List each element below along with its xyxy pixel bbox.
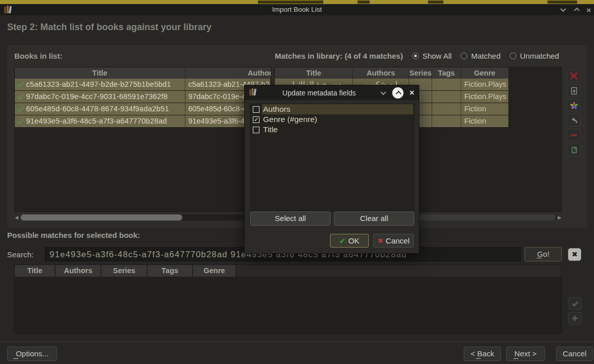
possible-matches-table-header: Title Authors Series Tags Genre xyxy=(14,264,562,277)
back-button[interactable]: < Back xyxy=(464,347,501,361)
filter-matched-radio[interactable]: Matched xyxy=(461,52,501,60)
update-metadata-dialog: Update metadata fields × Authors ✓ Genre… xyxy=(244,85,419,254)
field-title-item[interactable]: Title xyxy=(251,125,414,135)
column-header-tags[interactable]: Tags xyxy=(432,67,461,79)
dialog-title: Update metadata fields xyxy=(256,89,382,97)
column-header-genre[interactable]: Genre xyxy=(193,265,236,277)
red-x-icon: ✖ xyxy=(377,237,383,245)
chevron-up-icon xyxy=(395,90,401,96)
red-x-icon xyxy=(569,71,578,80)
checkbox-checked-icon[interactable]: ✓ xyxy=(253,116,259,123)
import-book-list-window: Import Book List × Step 2: Match list of… xyxy=(0,0,594,364)
window-title: Import Book List xyxy=(0,6,594,13)
table-row[interactable]: 605e485d-60c8-4478-8674-934f9ada2b51 605… xyxy=(15,103,271,115)
scroll-right-icon[interactable]: ▶ xyxy=(558,214,561,221)
cancel-button[interactable]: Cancel xyxy=(556,347,593,361)
column-header-tags[interactable]: Tags xyxy=(148,265,193,277)
matches-in-library-label: Matches in library: (4 of 4 matches) xyxy=(275,52,403,60)
column-header-title[interactable]: Title xyxy=(15,67,185,79)
matched-check-icon xyxy=(15,103,26,115)
dialog-close-icon[interactable]: × xyxy=(410,89,414,97)
calibre-logo-icon xyxy=(249,88,256,98)
choose-match-button[interactable] xyxy=(567,99,581,112)
window-titlebar[interactable]: Import Book List × xyxy=(0,4,594,15)
roll-up-button[interactable] xyxy=(392,87,403,99)
footer-divider xyxy=(0,342,594,342)
field-genre-item[interactable]: ✓ Genre (#genre) xyxy=(251,114,414,125)
filter-show-all-radio[interactable]: Show All xyxy=(412,52,452,60)
column-header-authors[interactable]: Authors xyxy=(353,67,409,79)
dialog-cancel-button[interactable]: ✖ Cancel xyxy=(373,234,414,248)
green-check-icon: ✔ xyxy=(339,236,346,246)
go-button[interactable]: Go! xyxy=(525,247,562,261)
table-row[interactable]: 91e493e5-a3f6-48c5-a7f3-a647770b28ad 91e… xyxy=(15,115,271,128)
plus-icon xyxy=(571,314,579,322)
left-table-hscrollbar[interactable]: ◀ xyxy=(14,214,271,221)
column-header-title[interactable]: Title xyxy=(15,265,56,277)
undo-button[interactable] xyxy=(567,114,581,127)
background-text-smudge xyxy=(258,1,323,4)
background-text-smudge xyxy=(548,1,577,4)
scroll-left-icon[interactable]: ◀ xyxy=(15,214,18,221)
matched-check-icon xyxy=(15,91,26,103)
options-mnemonic-underline xyxy=(13,358,18,359)
search-label: Search: xyxy=(7,250,34,259)
add-book-button[interactable] xyxy=(567,84,581,97)
copy-page-icon xyxy=(570,146,578,154)
column-header-series[interactable]: Series xyxy=(102,265,148,277)
background-text-smudge xyxy=(358,1,370,4)
remove-match-button[interactable] xyxy=(567,129,581,141)
table-row[interactable]: 97dabc7c-019e-4cc7-9031-68591e7362f8 97d… xyxy=(15,91,271,103)
select-all-button[interactable]: Select all xyxy=(250,211,330,226)
next-button[interactable]: Next > xyxy=(506,347,545,361)
page-title: Step 2: Match list of books against your… xyxy=(7,22,211,33)
add-match-button[interactable] xyxy=(568,312,582,325)
filter-unmatched-radio[interactable]: Unmatched xyxy=(510,52,559,60)
next-mnemonic-underline xyxy=(513,358,518,359)
table-row[interactable]: c5a61323-ab21-4497-b2de-b275b1be5bd1 c5a… xyxy=(15,79,271,91)
back-mnemonic-underline xyxy=(476,358,481,359)
ok-button[interactable]: ✔ OK xyxy=(330,234,369,248)
column-header-series[interactable]: Series xyxy=(409,67,432,79)
background-text-smudge xyxy=(428,1,443,4)
books-in-list-label: Books in list: xyxy=(14,52,62,60)
column-header-authors[interactable]: Authors xyxy=(56,265,102,277)
approve-match-button[interactable] xyxy=(568,297,582,310)
field-authors-item[interactable]: Authors xyxy=(251,104,414,114)
add-book-icon xyxy=(570,87,578,95)
column-header-title[interactable]: Title xyxy=(275,67,353,79)
column-header-authors[interactable]: Authors xyxy=(185,67,271,79)
red-minus-icon xyxy=(570,131,578,139)
checkbox-unchecked-icon[interactable] xyxy=(253,106,259,113)
maximize-icon[interactable] xyxy=(574,8,580,13)
radio-icon xyxy=(412,53,419,59)
reject-match-button[interactable] xyxy=(567,69,581,82)
matched-check-icon xyxy=(15,79,26,90)
close-icon[interactable]: × xyxy=(586,6,591,14)
clear-all-button[interactable]: Clear all xyxy=(334,211,414,226)
check-icon xyxy=(571,300,579,307)
radio-icon xyxy=(461,53,467,59)
background-app-strip xyxy=(0,0,594,4)
matched-check-icon xyxy=(15,115,26,127)
dialog-titlebar[interactable]: Update metadata fields × xyxy=(245,85,419,100)
scrollbar-thumb[interactable] xyxy=(20,214,182,221)
books-in-list-table: Title Authors c5a61323-ab21-4497-b2de-b2… xyxy=(14,67,271,212)
column-header-genre[interactable]: Genre xyxy=(461,67,509,79)
clear-search-icon[interactable]: ✖ xyxy=(568,248,581,261)
pinwheel-icon xyxy=(570,102,578,110)
undo-arrow-icon xyxy=(569,116,578,125)
radio-icon xyxy=(510,53,516,59)
go-mnemonic-underline xyxy=(537,258,542,258)
possible-matches-label: Possible matches for selected book: xyxy=(7,231,140,239)
possible-matches-table-body[interactable] xyxy=(14,277,562,333)
checkbox-unchecked-icon[interactable] xyxy=(253,127,259,133)
metadata-fields-list: Authors ✓ Genre (#genre) Title xyxy=(250,104,414,211)
duplicate-book-button[interactable] xyxy=(567,143,581,156)
